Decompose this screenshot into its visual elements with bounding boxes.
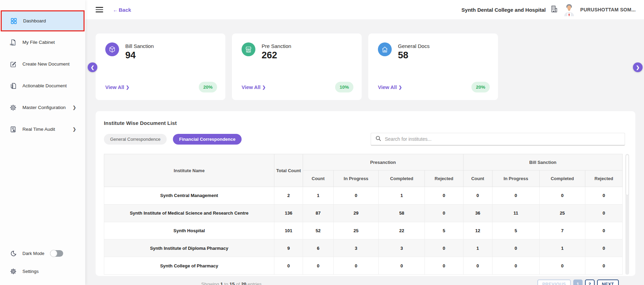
column-header-count: Count — [463, 170, 492, 187]
count-cell: 36 — [463, 204, 492, 222]
top-header-bar: ←Back Synth Dental College and Hospital — [85, 0, 644, 19]
count-cell: 0 — [333, 257, 379, 275]
chevron-right-icon: ❯ — [399, 85, 402, 90]
count-cell: 0 — [425, 187, 463, 205]
count-cell: 52 — [303, 222, 333, 239]
page-button-1[interactable]: 1 — [573, 279, 583, 285]
section-title: Institute Wise Document List — [104, 120, 629, 126]
sidebar-item-create-new-document[interactable]: Create New Document — [0, 53, 85, 75]
user-avatar[interactable] — [563, 3, 575, 16]
dark-mode-row: Dark Mode — [0, 244, 85, 262]
carousel-right-arrow[interactable]: ❯ — [633, 62, 643, 72]
percent-badge: 20% — [471, 82, 490, 92]
column-header-institute-name: Institute Name — [104, 154, 274, 187]
search-icon — [375, 135, 381, 143]
card-value: 94 — [125, 50, 154, 61]
chevron-right-icon: ❯ — [72, 127, 76, 132]
gear-icon — [9, 104, 17, 111]
column-header-total-count: Total Count — [274, 154, 303, 187]
organization-name: Synth Dental College and Hospital — [461, 7, 546, 13]
home-icon — [378, 42, 392, 56]
settings-gear-icon — [9, 267, 17, 275]
count-cell: 58 — [379, 204, 425, 222]
sidebar-item-my-file-cabinet[interactable]: DOC My File Cabinet — [0, 31, 85, 53]
cube-icon — [105, 42, 119, 56]
view-all-label: View All — [242, 85, 261, 90]
count-cell: 0 — [585, 257, 622, 275]
count-cell: 1 — [463, 239, 492, 257]
sidebar: Dashboard DOC My File Cabinet — [0, 0, 85, 285]
count-cell: 3 — [379, 239, 425, 257]
view-all-link[interactable]: View All ❯ — [242, 85, 266, 90]
dark-mode-toggle[interactable] — [50, 250, 63, 257]
sidebar-item-label: Dashboard — [23, 18, 46, 23]
column-header-completed: Completed — [539, 170, 585, 187]
building-icon[interactable] — [550, 5, 558, 14]
edit-document-icon — [9, 60, 17, 68]
count-cell: 0 — [492, 257, 539, 275]
user-name[interactable]: PURUSHOTTAM SOM... — [580, 7, 636, 12]
view-all-link[interactable]: View All ❯ — [378, 85, 402, 90]
count-cell: 0 — [539, 257, 585, 275]
count-cell: 29 — [333, 204, 379, 222]
back-button[interactable]: ←Back — [113, 7, 131, 13]
total-count-cell: 0 — [274, 257, 303, 275]
sidebar-item-label: Create New Document — [22, 61, 70, 67]
count-cell: 3 — [333, 239, 379, 257]
page-button-2[interactable]: 2 — [585, 279, 594, 285]
sidebar-item-dashboard[interactable]: Dashboard — [1, 10, 85, 31]
hamburger-menu-icon[interactable] — [96, 6, 103, 14]
stat-card-general-docs: General Docs 58 View All ❯ 20% — [368, 33, 498, 100]
count-cell: 12 — [463, 222, 492, 239]
doc-file-icon: DOC — [9, 39, 17, 46]
total-count-cell: 9 — [274, 239, 303, 257]
count-cell: 87 — [303, 204, 333, 222]
view-all-label: View All — [105, 85, 124, 90]
sidebar-item-master-configuration[interactable]: Master Configuration ❯ — [0, 97, 85, 118]
carousel-left-arrow[interactable]: ❮ — [88, 62, 97, 72]
audit-document-icon — [9, 126, 17, 133]
back-label: Back — [119, 7, 131, 13]
count-cell: 0 — [585, 204, 622, 222]
institute-name-cell: Synth Hospital — [104, 222, 274, 239]
count-cell: 0 — [492, 239, 539, 257]
chevron-right-icon: ❯ — [72, 105, 76, 110]
card-title: General Docs — [398, 43, 430, 49]
count-cell: 0 — [379, 257, 425, 275]
institute-name-cell: Synth Central Management — [104, 187, 274, 205]
dashboard-grid-icon — [10, 17, 18, 25]
total-count-cell: 136 — [274, 204, 303, 222]
count-cell: 5 — [425, 222, 463, 239]
sidebar-item-actionable-document[interactable]: Actionable Document — [0, 75, 85, 97]
correspondence-tabs: General Correspondence Financial Corresp… — [104, 134, 242, 145]
card-value: 58 — [398, 50, 430, 61]
count-cell: 0 — [492, 187, 539, 205]
institute-document-list-card: Institute Wise Document List General Cor… — [96, 111, 635, 276]
tab-general-correspondence[interactable]: General Correspondence — [104, 134, 167, 145]
count-cell: 7 — [539, 222, 585, 239]
scrollbar-thumb[interactable] — [626, 155, 629, 195]
previous-page-button[interactable]: PREVIOUS — [537, 279, 571, 285]
count-cell: 1 — [539, 239, 585, 257]
next-page-button[interactable]: NEXT — [597, 279, 619, 285]
tab-financial-correspondence[interactable]: Financial Correspondence — [173, 134, 242, 145]
count-cell: 25 — [539, 204, 585, 222]
chevron-right-icon: ❯ — [126, 85, 129, 90]
count-cell: 0 — [425, 204, 463, 222]
count-cell: 6 — [303, 239, 333, 257]
count-cell: 0 — [303, 257, 333, 275]
main-area: ←Back Synth Dental College and Hospital — [85, 0, 644, 285]
view-all-link[interactable]: View All ❯ — [105, 85, 129, 90]
institute-search-box — [371, 133, 625, 146]
sidebar-item-real-time-audit[interactable]: Real Time Audit ❯ — [0, 118, 85, 140]
back-arrow-icon: ← — [113, 7, 118, 13]
table-scrollbar[interactable] — [625, 154, 629, 275]
count-cell: 0 — [463, 257, 492, 275]
count-cell: 1 — [379, 187, 425, 205]
dashboard-screen: Dashboard DOC My File Cabinet — [0, 0, 644, 285]
sidebar-item-label: Actionable Document — [22, 83, 67, 88]
search-input[interactable] — [385, 136, 621, 142]
column-header-count: Count — [303, 170, 333, 187]
sidebar-item-settings[interactable]: Settings — [0, 262, 85, 280]
count-cell: 0 — [463, 187, 492, 205]
